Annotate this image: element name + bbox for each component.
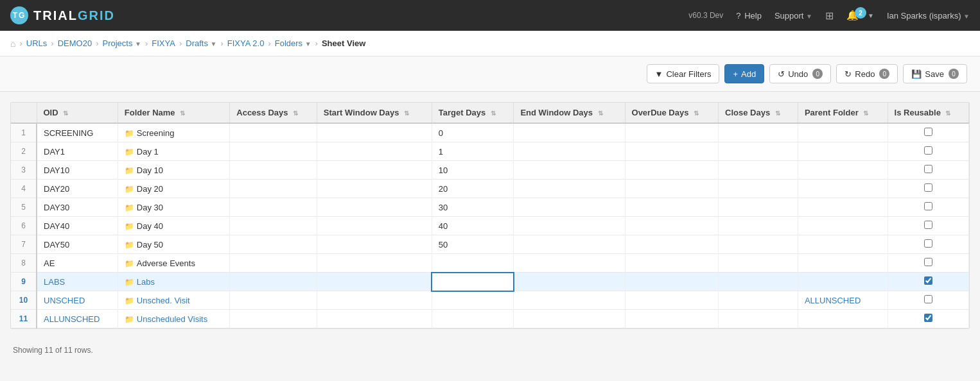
oid-link[interactable]: LABS bbox=[44, 277, 65, 287]
folder-name-link[interactable]: Day 1 bbox=[137, 147, 159, 157]
cell-parent-folder[interactable]: ALLUNSCHED bbox=[798, 291, 888, 310]
cell-close-days[interactable] bbox=[719, 254, 798, 273]
cell-parent-folder[interactable] bbox=[798, 273, 888, 291]
cell-is-reusable[interactable] bbox=[888, 273, 968, 291]
cell-target-days[interactable]: 10 bbox=[432, 161, 514, 180]
folder-name-link[interactable]: Day 10 bbox=[137, 165, 163, 175]
reusable-checkbox[interactable] bbox=[924, 146, 932, 155]
cell-target-days[interactable] bbox=[432, 254, 514, 273]
cell-overdue-days[interactable] bbox=[625, 291, 719, 310]
reusable-checkbox[interactable] bbox=[924, 295, 932, 303]
reusable-checkbox[interactable] bbox=[924, 183, 932, 192]
cell-close-days[interactable] bbox=[719, 161, 798, 180]
cell-close-days[interactable] bbox=[719, 217, 798, 235]
cell-start-window-days[interactable] bbox=[317, 254, 432, 273]
cell-is-reusable[interactable] bbox=[888, 235, 968, 254]
cell-parent-folder[interactable] bbox=[798, 310, 888, 328]
cell-folder-name[interactable]: 📁Day 30 bbox=[118, 198, 229, 217]
cell-folder-name[interactable]: 📁Day 50 bbox=[118, 235, 229, 254]
cell-target-days[interactable]: 50 bbox=[432, 235, 514, 254]
breadcrumb-folders[interactable]: Folders ▼ bbox=[275, 38, 311, 48]
breadcrumb-projects[interactable]: Projects ▼ bbox=[102, 38, 141, 48]
cell-access-days[interactable] bbox=[230, 235, 317, 254]
cell-target-days[interactable]: 30 bbox=[432, 198, 514, 217]
cell-overdue-days[interactable] bbox=[625, 198, 719, 217]
col-access-days[interactable]: Access Days ⇅ bbox=[230, 103, 317, 123]
cell-is-reusable[interactable] bbox=[888, 180, 968, 198]
folder-name-link[interactable]: Adverse Events bbox=[137, 258, 195, 268]
breadcrumb-fixya20[interactable]: FIXYA 2.0 bbox=[227, 38, 265, 48]
table-row[interactable]: 2DAY1📁Day 11 bbox=[11, 142, 969, 161]
cell-parent-folder[interactable] bbox=[798, 123, 888, 142]
cell-start-window-days[interactable] bbox=[317, 123, 432, 142]
cell-overdue-days[interactable] bbox=[625, 123, 719, 142]
cell-target-days[interactable] bbox=[432, 310, 514, 328]
folder-name-link[interactable]: Unscheduled Visits bbox=[137, 314, 207, 324]
clear-filters-button[interactable]: ▼ Clear Filters bbox=[647, 64, 720, 83]
cell-parent-folder[interactable] bbox=[798, 198, 888, 217]
cell-oid[interactable]: SCREENING bbox=[37, 123, 118, 142]
cell-access-days[interactable] bbox=[230, 310, 317, 328]
cell-access-days[interactable] bbox=[230, 217, 317, 235]
table-row[interactable]: 7DAY50📁Day 5050 bbox=[11, 235, 969, 254]
reusable-checkbox[interactable] bbox=[924, 221, 932, 229]
reusable-checkbox[interactable] bbox=[924, 314, 932, 322]
reusable-checkbox[interactable] bbox=[924, 276, 932, 285]
undo-button[interactable]: ↺ Undo 0 bbox=[769, 64, 831, 83]
cell-folder-name[interactable]: 📁Day 40 bbox=[118, 217, 229, 235]
cell-end-window-days[interactable] bbox=[514, 273, 625, 291]
table-row[interactable]: 1SCREENING📁Screening0 bbox=[11, 123, 969, 142]
cell-end-window-days[interactable] bbox=[514, 217, 625, 235]
cell-end-window-days[interactable] bbox=[514, 291, 625, 310]
reusable-checkbox[interactable] bbox=[924, 258, 932, 266]
breadcrumb-fixya[interactable]: FIXYA bbox=[152, 38, 175, 48]
folder-name-link[interactable]: Day 30 bbox=[137, 203, 163, 212]
cell-oid[interactable]: DAY40 bbox=[37, 217, 118, 235]
cell-folder-name[interactable]: 📁Screening bbox=[118, 123, 229, 142]
cell-target-days[interactable]: 20 bbox=[432, 180, 514, 198]
cell-folder-name[interactable]: 📁Day 20 bbox=[118, 180, 229, 198]
bell-icon-wrapper[interactable]: 🔔 2 ▼ bbox=[846, 10, 874, 21]
reusable-checkbox[interactable] bbox=[924, 128, 932, 136]
cell-overdue-days[interactable] bbox=[625, 254, 719, 273]
cell-access-days[interactable] bbox=[230, 142, 317, 161]
table-row[interactable]: 5DAY30📁Day 3030 bbox=[11, 198, 969, 217]
oid-link[interactable]: ALLUNSCHED bbox=[44, 314, 100, 324]
cell-access-days[interactable] bbox=[230, 180, 317, 198]
user-menu[interactable]: Ian Sparks (isparks) ▼ bbox=[887, 11, 970, 21]
cell-close-days[interactable] bbox=[719, 198, 798, 217]
cell-overdue-days[interactable] bbox=[625, 273, 719, 291]
cell-start-window-days[interactable] bbox=[317, 291, 432, 310]
reusable-checkbox[interactable] bbox=[924, 239, 932, 248]
col-target-days[interactable]: Target Days ⇅ bbox=[432, 103, 514, 123]
redo-button[interactable]: ↻ Redo 0 bbox=[836, 64, 898, 83]
add-button[interactable]: + Add bbox=[724, 64, 764, 83]
cell-folder-name[interactable]: 📁Labs bbox=[118, 273, 229, 291]
cell-start-window-days[interactable] bbox=[317, 161, 432, 180]
folder-name-link[interactable]: Day 40 bbox=[137, 221, 163, 231]
cell-end-window-days[interactable] bbox=[514, 310, 625, 328]
cell-end-window-days[interactable] bbox=[514, 254, 625, 273]
cell-oid[interactable]: LABS bbox=[37, 273, 118, 291]
col-oid[interactable]: OID ⇅ bbox=[37, 103, 118, 123]
cell-close-days[interactable] bbox=[719, 142, 798, 161]
cell-parent-folder[interactable] bbox=[798, 217, 888, 235]
table-row[interactable]: 4DAY20📁Day 2020 bbox=[11, 180, 969, 198]
cell-is-reusable[interactable] bbox=[888, 142, 968, 161]
cell-folder-name[interactable]: 📁Adverse Events bbox=[118, 254, 229, 273]
cell-end-window-days[interactable] bbox=[514, 198, 625, 217]
table-row[interactable]: 11ALLUNSCHED📁Unscheduled Visits bbox=[11, 310, 969, 328]
home-icon[interactable]: ⌂ bbox=[10, 38, 15, 49]
cell-is-reusable[interactable] bbox=[888, 291, 968, 310]
table-row[interactable]: 10UNSCHED📁Unsched. VisitALLUNSCHED bbox=[11, 291, 969, 310]
folder-name-link[interactable]: Labs bbox=[137, 277, 155, 287]
cell-close-days[interactable] bbox=[719, 180, 798, 198]
cell-target-days[interactable]: 0 bbox=[432, 123, 514, 142]
cell-overdue-days[interactable] bbox=[625, 161, 719, 180]
cell-is-reusable[interactable] bbox=[888, 254, 968, 273]
cell-close-days[interactable] bbox=[719, 123, 798, 142]
cell-oid[interactable]: AE bbox=[37, 254, 118, 273]
col-overdue-days[interactable]: OverDue Days ⇅ bbox=[625, 103, 719, 123]
cell-folder-name[interactable]: 📁Day 10 bbox=[118, 161, 229, 180]
folder-name-link[interactable]: Day 50 bbox=[137, 240, 163, 250]
